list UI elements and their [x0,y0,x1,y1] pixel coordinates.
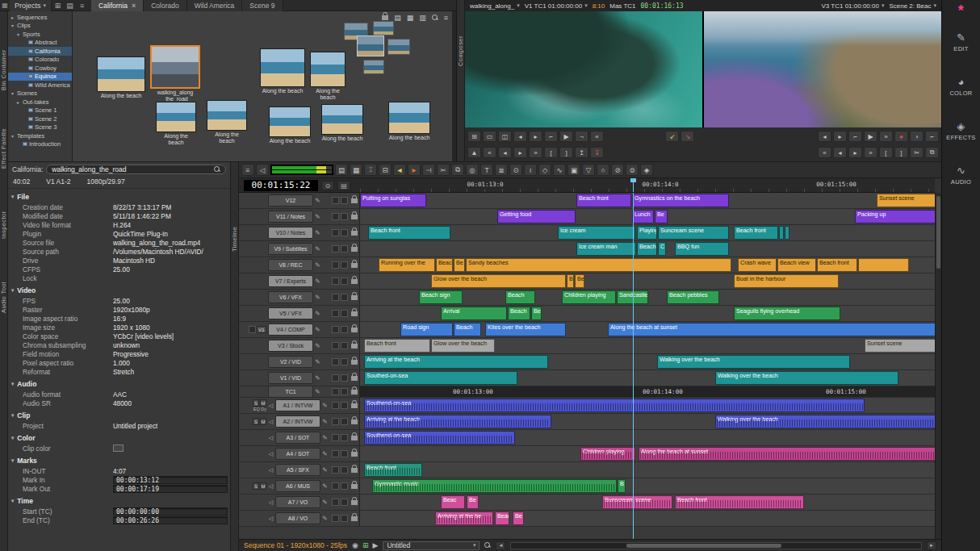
side-tab-bin-container[interactable]: Bin Container [0,31,8,108]
track-toggle[interactable] [341,310,348,317]
tool-snap[interactable]: ≀ [524,164,537,176]
clip-children-playing[interactable]: Children playing [562,290,616,304]
clip-beach[interactable]: Beach [454,323,481,336]
clip-walking-over-the-beach[interactable]: Walking over the beach [715,415,935,428]
clip-be[interactable]: Be [531,307,542,320]
clip-kites-over-the-beach[interactable]: Kites over the beach [485,323,566,336]
lock-icon[interactable] [351,452,358,457]
tree-item-templates[interactable]: ▾Templates [8,131,72,140]
track-toggle[interactable] [341,358,348,365]
workspace-audio[interactable]: ∿AUDIO [951,165,971,186]
transport-step-forward-button[interactable]: ▸ [529,131,542,142]
bin-mini-thumbnail[interactable] [357,35,384,56]
pencil-icon[interactable]: ✎ [313,374,322,382]
clip-beach[interactable]: Beach [508,307,530,320]
lock-icon[interactable] [351,516,358,521]
collapse-arrow-icon[interactable]: ▾ [11,435,14,441]
track-button-v8[interactable]: V8 / REC [268,259,313,271]
clip-arriving-at-the-beach[interactable]: Arriving at the beach [364,415,551,428]
tab-california[interactable]: California× [91,0,144,11]
section-clip[interactable]: ▾Clip [8,407,230,421]
lock-icon[interactable] [351,500,358,505]
track-toggle[interactable] [341,466,348,474]
source-timecode-menu[interactable]: V1 TC1 01:00:00:00▾ [525,2,588,10]
clip-gymnastic-music[interactable]: Gymnastic music [372,479,617,493]
lock-icon[interactable] [351,247,358,252]
speaker-icon[interactable]: ◁ [267,419,274,425]
lane-v8[interactable]: Running over theBeachBeSandy beachesCras… [360,257,935,273]
speaker-icon[interactable]: ◁ [267,467,274,474]
lock-icon[interactable] [351,311,358,316]
clip-beach[interactable]: Beach [637,242,657,256]
track-toggle[interactable] [341,213,348,220]
track-toggle[interactable] [341,450,348,457]
new-bin-icon[interactable]: ⊞ [52,2,64,10]
monitor-toggle[interactable] [332,342,339,349]
sequence-menu[interactable]: Scene 2: Beac▾ [889,2,936,10]
track-height-icon[interactable]: ▤ [337,181,350,190]
clip-lunch[interactable]: Lunch [632,210,654,223]
expand-arrow-icon[interactable]: ▾ [15,31,21,37]
track-button-v10[interactable]: V10 / Notes [268,227,313,239]
speaker-icon[interactable]: ◁ [267,403,274,409]
footer-play-mini[interactable]: ▶ [372,541,378,549]
field-input[interactable]: 00:00:13:12 [113,476,228,484]
projects-menu-button[interactable]: Projects ▾ [10,0,52,11]
clip-arriving-at-the-beach[interactable]: Arriving at the beach [364,355,548,369]
track-button-v7[interactable]: V7 / Experts [268,275,313,287]
pencil-icon[interactable]: ✎ [313,261,322,269]
transport-go-out-button[interactable]: ] [894,147,908,158]
section-color[interactable]: ▾Color [8,430,230,444]
track-toggle[interactable] [341,482,348,490]
clip-southed-on-sea[interactable]: Southed-on-sea [364,371,517,385]
track-button-a8[interactable]: A8 / VO [275,512,320,524]
field-input[interactable]: 00:00:00:00 [113,507,228,516]
bin-clip-walking-along-the-road[interactable]: walking_along _the_road [150,45,200,102]
tool-keyframe[interactable]: ◇ [538,164,551,176]
clip-beach-front[interactable]: Beach front [368,226,450,240]
track-button-v3[interactable]: V3 / Stock [268,340,313,352]
clip-b[interactable]: B [567,274,574,288]
pencil-icon[interactable]: ✎ [313,197,322,204]
pencil-icon[interactable]: ✎ [313,245,322,253]
clip-segment[interactable] [785,226,789,240]
transport-rewind-button[interactable]: « [818,147,831,158]
clip-ice-cream-man[interactable]: Ice cream man [576,242,636,256]
monitor-toggle[interactable] [332,499,339,506]
transport-back-one-button[interactable]: ◂ [833,147,847,158]
tool-speaker[interactable]: ◁ [256,164,269,176]
tree-item-clips[interactable]: ▾Clips [8,22,72,31]
pencil-icon[interactable]: ✎ [313,310,322,317]
record-timecode-menu[interactable]: V3 TC1 01:00:00:00▾ [821,2,884,10]
track-button-a5[interactable]: A5 / SFX [275,464,320,476]
clip-sunscream-scene[interactable]: Sunscream scene [602,495,672,509]
monitor-toggle[interactable] [332,482,339,490]
track-toggle[interactable] [341,294,348,301]
clip-be[interactable]: Be [467,495,479,509]
source-monitor[interactable] [465,11,702,127]
track-toggle[interactable] [341,197,348,204]
bin-mini-thumbnail[interactable] [387,39,410,55]
clip-along-the-beach-at-sunset[interactable]: Along the beach at sunset [608,323,935,336]
clip-beach-sign[interactable]: Beach sign [419,290,463,304]
transport-grid-view-button[interactable]: ⊞ [467,131,481,142]
lane-a7[interactable]: BeacBeSunscream sceneBeach front [360,495,935,510]
pencil-icon[interactable]: ✎ [320,466,329,474]
transport-mark-out-button[interactable]: ⌐ [848,131,862,142]
clip-c[interactable]: C [658,242,666,256]
transport-forward-one-button[interactable]: ▸ [848,147,862,158]
side-tab-audio-tool[interactable]: Audio Tool [0,265,8,330]
transport-trim-mode-button[interactable]: ⌐ [925,131,939,142]
clip-suncream-scene[interactable]: Suncream scene [658,226,729,240]
track-button-tc1[interactable]: TC1 [268,386,313,398]
lock-icon[interactable] [351,344,358,349]
track-button-a4[interactable]: A4 / SOT [275,448,320,460]
tool-circle-tool[interactable]: ○ [597,164,609,176]
tool-segment-insert[interactable]: ◄ [393,164,406,176]
transport-clip-end-button[interactable]: ] [559,147,573,158]
clip-be[interactable]: Be [655,210,668,223]
playhead-marker[interactable] [633,178,634,192]
lock-icon[interactable] [351,390,358,394]
transport-splice-in-button[interactable]: ↙ [665,131,679,142]
clip-putting-on-sunglas[interactable]: Putting on sunglas [360,194,426,207]
